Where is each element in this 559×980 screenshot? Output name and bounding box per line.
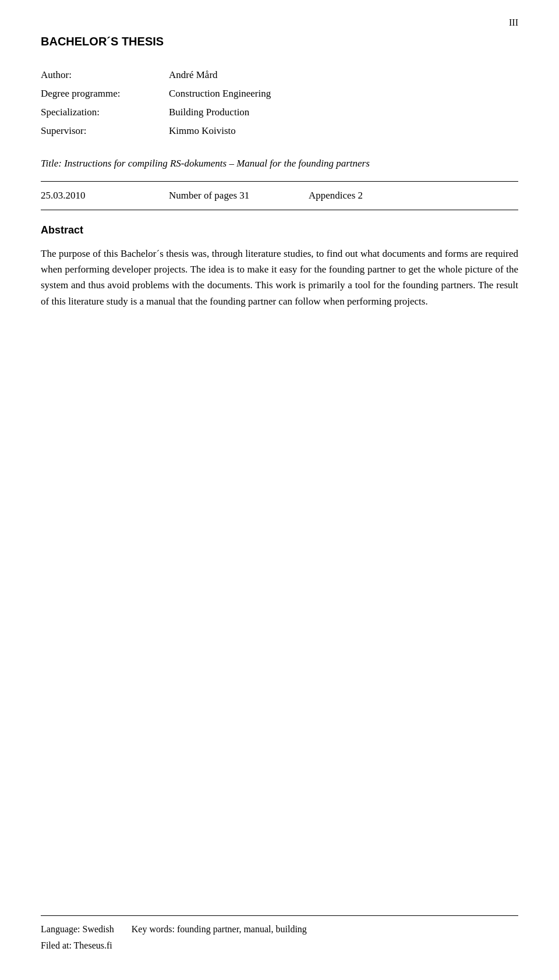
info-value: Construction Engineering xyxy=(169,84,518,103)
divider-1 xyxy=(41,181,518,182)
footer-divider xyxy=(41,915,518,916)
abstract-heading: Abstract xyxy=(41,224,518,236)
footer: Language: Swedish Key words: founding pa… xyxy=(41,915,518,951)
thesis-title: BACHELOR´S THESIS xyxy=(41,35,518,48)
title-label: Title: xyxy=(41,158,62,169)
footer-row: Language: Swedish Key words: founding pa… xyxy=(41,924,518,935)
info-value: André Mård xyxy=(169,66,518,84)
abstract-paragraph: The purpose of this Bachelor´s thesis wa… xyxy=(41,246,518,309)
info-label: Supervisor: xyxy=(41,122,169,140)
pages-section: Number of pages 31 xyxy=(169,190,297,201)
title-value: Instructions for compiling RS-dokuments … xyxy=(64,158,370,169)
info-label: Author: xyxy=(41,66,169,84)
info-row: Specialization:Building Production xyxy=(41,103,518,122)
info-value: Building Production xyxy=(169,103,518,122)
date-pages-row: 25.03.2010 Number of pages 31 Appendices… xyxy=(41,190,518,201)
divider-2 xyxy=(41,210,518,210)
info-row: Supervisor:Kimmo Koivisto xyxy=(41,122,518,140)
abstract-text: The purpose of this Bachelor´s thesis wa… xyxy=(41,246,518,309)
title-block: Title: Instructions for compiling RS-dok… xyxy=(41,158,518,169)
footer-keywords: Key words: founding partner, manual, bui… xyxy=(132,924,518,935)
appendices-section: Appendices 2 xyxy=(309,190,363,201)
info-label: Specialization: xyxy=(41,103,169,122)
info-label: Degree programme: xyxy=(41,84,169,103)
date-section: 25.03.2010 xyxy=(41,190,157,201)
info-row: Degree programme:Construction Engineerin… xyxy=(41,84,518,103)
footer-language: Language: Swedish xyxy=(41,924,114,935)
info-table: Author:André MårdDegree programme:Constr… xyxy=(41,66,518,140)
info-row: Author:André Mård xyxy=(41,66,518,84)
filed-row: Filed at: Theseus.fi xyxy=(41,940,518,951)
page-number: III xyxy=(509,17,518,28)
page: III BACHELOR´S THESIS Author:André MårdD… xyxy=(0,0,559,980)
info-value: Kimmo Koivisto xyxy=(169,122,518,140)
